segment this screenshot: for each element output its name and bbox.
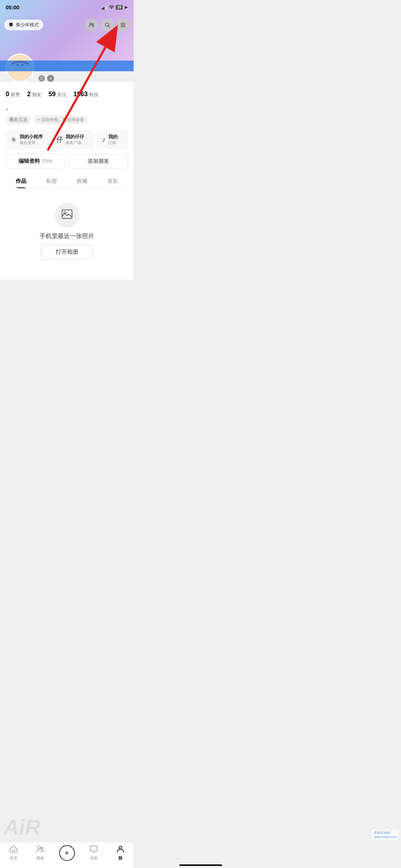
following-count: 59 <box>48 91 56 98</box>
youth-icon: ⛊ <box>9 22 14 28</box>
empty-state-text: 手机里最近一张照片 <box>40 232 94 240</box>
stat-likes[interactable]: 0 获赞 <box>6 91 20 98</box>
zaizi-icon: 仔 <box>56 135 63 144</box>
empty-state: 手机里最近一张照片 打开相册 <box>6 188 128 274</box>
tab-works[interactable]: 作品 <box>6 174 36 188</box>
music-text: 我的 已收 <box>108 134 118 145</box>
tab-likes-label: 喜欢 <box>107 178 118 184</box>
tab-likes[interactable]: 喜欢 <box>97 174 128 188</box>
likes-label: 获赞 <box>11 92 20 98</box>
add-tag-button[interactable]: + 添加学校、性别等标签 <box>34 115 87 124</box>
mini-program-card[interactable]: ✳ 我的小程序 最近使用 <box>6 130 48 149</box>
menu-icon-button[interactable] <box>117 19 129 31</box>
stats-row: 0 获赞 2 朋友 59 关注 1563 粉丝 <box>6 88 128 98</box>
zaizi-card[interactable]: 仔 我的仔仔 朋友广场 <box>51 130 94 149</box>
open-album-button[interactable]: 打开相册 <box>41 244 93 260</box>
music-name: 我的 <box>108 134 118 140</box>
header-blue-bar <box>0 61 134 71</box>
page-wrapper: 05:00 39 ➤ <box>0 0 134 280</box>
svg-point-1 <box>92 24 94 25</box>
profile-content: 0 获赞 2 朋友 59 关注 1563 粉丝 。 重庆·江北 + 添加学校、性… <box>0 82 134 280</box>
stat-following[interactable]: 59 关注 <box>48 91 66 98</box>
signal-bar-1 <box>102 8 103 10</box>
mini-program-name: 我的小程序 <box>20 134 43 140</box>
following-label: 关注 <box>57 92 66 98</box>
svg-point-9 <box>21 75 26 79</box>
music-sub: 已收 <box>108 140 118 145</box>
svg-rect-10 <box>62 210 72 218</box>
battery-indicator: 39 <box>116 5 123 10</box>
mini-program-text: 我的小程序 最近使用 <box>20 134 43 145</box>
bio-text: 。 <box>6 103 128 112</box>
zaizi-name: 我的仔仔 <box>66 134 84 140</box>
battery-level: 39 <box>117 5 121 9</box>
status-bar: 05:00 39 ➤ <box>0 0 134 12</box>
tab-collections[interactable]: 收藏 <box>67 174 98 188</box>
bio-section: 。 <box>6 103 128 112</box>
location-icon: ➤ <box>124 5 128 10</box>
nav-icons-group <box>85 19 129 31</box>
mini-program-icon: ✳ <box>11 135 17 144</box>
action-buttons: 编辑资料 70% 添加朋友 <box>6 154 128 169</box>
tab-works-label: 作品 <box>16 178 26 184</box>
top-navigation: ⛊ 青少年模式 <box>0 16 134 34</box>
wifi-icon <box>109 5 114 10</box>
online-indicator: O <box>38 75 45 82</box>
tab-private[interactable]: 私密 <box>36 174 67 188</box>
youth-mode-button[interactable]: ⛊ 青少年模式 <box>4 20 43 30</box>
add-friend-button[interactable]: 添加朋友 <box>69 154 128 169</box>
edit-profile-label: 编辑资料 70% <box>19 158 52 164</box>
feature-cards: ✳ 我的小程序 最近使用 仔 我的仔仔 朋友广场 ♪ 我的 已收 <box>6 130 128 149</box>
tabs-row: 作品 私密 收藏 喜欢 <box>6 174 128 188</box>
profile-header: 05:00 39 ➤ <box>0 0 134 71</box>
tab-private-label: 私密 <box>46 178 57 184</box>
music-card[interactable]: ♪ 我的 已收 <box>97 130 128 149</box>
signal-bar-3 <box>105 6 106 10</box>
youth-mode-label: 青少年模式 <box>16 22 39 28</box>
edit-profile-button[interactable]: 编辑资料 70% <box>6 154 65 169</box>
music-icon: ♪ <box>102 135 106 144</box>
svg-point-8 <box>14 75 19 79</box>
status-icons: 39 ➤ <box>102 5 128 10</box>
search-icon-button[interactable] <box>101 19 114 31</box>
signal-bar-4 <box>106 5 107 10</box>
location-tag[interactable]: 重庆·江北 <box>6 115 31 124</box>
zaizi-sub: 朋友广场 <box>66 140 84 145</box>
stat-friends[interactable]: 2 朋友 <box>27 91 41 98</box>
photo-icon <box>61 209 73 222</box>
status-time: 05:00 <box>6 4 19 10</box>
tags-row: 重庆·江北 + 添加学校、性别等标签 <box>6 115 128 124</box>
signal-bars <box>102 5 107 10</box>
username-display: O ▾ <box>38 75 54 82</box>
followers-count: 1563 <box>73 91 88 98</box>
friends-label: 朋友 <box>32 92 41 98</box>
dropdown-arrow-icon[interactable]: ▾ <box>47 75 54 82</box>
tab-collections-label: 收藏 <box>77 178 87 184</box>
stat-followers[interactable]: 1563 粉丝 <box>73 91 98 98</box>
mini-program-sub: 最近使用 <box>20 140 43 145</box>
signal-bar-2 <box>103 7 104 10</box>
likes-count: 0 <box>6 91 9 98</box>
zaizi-text: 我的仔仔 朋友广场 <box>66 134 84 145</box>
empty-icon-wrapper <box>55 203 79 228</box>
followers-label: 粉丝 <box>89 92 98 98</box>
friends-count: 2 <box>27 91 31 98</box>
friends-icon-button[interactable] <box>85 19 98 31</box>
